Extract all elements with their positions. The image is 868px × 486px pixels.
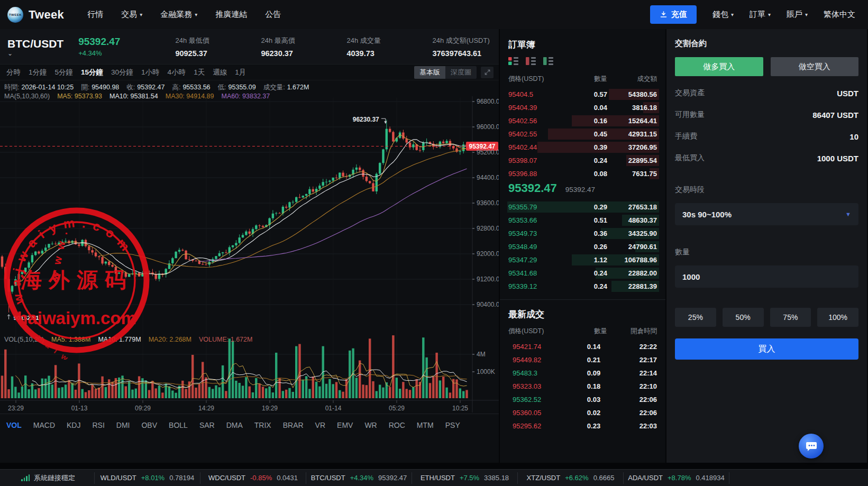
bid-row[interactable]: 95341.680.2422882.00 [508, 267, 657, 280]
ask-row[interactable]: 95396.880.087631.75 [508, 167, 657, 180]
nav-item-2[interactable]: 交易▾ [121, 10, 142, 20]
bid-row[interactable]: 95349.730.3634325.90 [508, 227, 657, 240]
bid-row[interactable]: 95353.660.5148630.37 [508, 214, 657, 227]
indicator-tab-vol[interactable]: VOL [6, 421, 22, 429]
indicator-tab-mtm[interactable]: MTM [417, 421, 434, 429]
nav-item-4[interactable]: 推廣連結 [215, 10, 247, 20]
nav-item-1[interactable]: 行情 [87, 10, 103, 20]
indicator-tab-roc[interactable]: ROC [389, 421, 405, 429]
account-menu-item-1[interactable]: 錢包▾ [712, 10, 734, 20]
ask-row[interactable]: 95402.560.1615264.41 [508, 114, 657, 127]
bid-row[interactable]: 95348.490.2624790.61 [508, 240, 657, 253]
ticker-wdc[interactable]: WDC/USDT-0.85%0.0431 [200, 472, 306, 484]
timeframe-1小時[interactable]: 1小時 [141, 68, 160, 77]
ticker-price: 0.0431 [277, 474, 298, 482]
nav-item-5[interactable]: 公告 [265, 10, 281, 20]
trade-price: 95323.03 [508, 382, 568, 390]
view-tab-深度圖[interactable]: 深度圖 [445, 66, 477, 79]
ticker-btc[interactable]: BTC/USDT+4.34%95392.47 [306, 472, 412, 484]
indicator-tab-psy[interactable]: PSY [445, 421, 460, 429]
volume-bars [1, 335, 468, 398]
percent-button-100[interactable]: 100% [817, 308, 858, 327]
trade-price: 95449.82 [508, 356, 568, 364]
amount-input[interactable] [675, 265, 858, 288]
book-view-both-icon[interactable] [508, 57, 518, 67]
order-qty: 0.29 [568, 203, 607, 211]
indicator-tab-trix[interactable]: TRIX [254, 421, 271, 429]
asks-list: 95404.50.5754380.5695404.390.043816.1895… [508, 88, 657, 180]
bid-row[interactable]: 95339.120.2422881.39 [508, 280, 657, 293]
brand-logo[interactable]: TWEEK Tweek [7, 7, 64, 23]
connection-status-text: 系統鏈接穩定 [34, 473, 75, 483]
indicator-tab-wr[interactable]: WR [364, 421, 377, 429]
bid-row[interactable]: 95347.291.12106788.96 [508, 253, 657, 267]
recent-trades-title: 最新成交 [508, 308, 657, 320]
ask-row[interactable]: 95402.550.4542931.15 [508, 127, 657, 141]
timeframe-1天[interactable]: 1天 [194, 68, 205, 77]
pair-selector[interactable]: BTC/USDT ⌄ [7, 38, 63, 56]
nav-item-label: 行情 [87, 10, 103, 20]
order-price: 95355.79 [508, 203, 568, 211]
indicator-tab-vr[interactable]: VR [315, 421, 325, 429]
mid-price-row[interactable]: 95392.47 95392.47 [508, 181, 657, 199]
indicator-tab-dmi[interactable]: DMI [116, 421, 130, 429]
timeframe-1分鐘[interactable]: 1分鐘 [29, 68, 47, 77]
ticker-pair: XTZ/USDT [527, 474, 561, 482]
ticker-xtz[interactable]: XTZ/USDT+6.62%0.6665 [517, 472, 623, 484]
candlestick-chart[interactable]: 95392.4796800.0096000.0095200.0094400.00… [0, 80, 499, 414]
account-menu-item-2[interactable]: 訂單▾ [750, 10, 771, 20]
percent-button-75[interactable]: 75% [770, 308, 811, 327]
indicator-tab-emv[interactable]: EMV [337, 421, 353, 429]
svg-text:96800.00: 96800.00 [477, 98, 499, 105]
ask-row[interactable]: 95404.50.5754380.56 [508, 88, 657, 101]
indicator-tab-obv[interactable]: OBV [141, 421, 157, 429]
timeframe-30分鐘[interactable]: 30分鐘 [111, 68, 133, 77]
trade-qty: 0.21 [568, 356, 620, 364]
buy-button[interactable]: 買入 [675, 338, 858, 360]
fullscreen-button[interactable] [481, 67, 494, 78]
percent-button-50[interactable]: 50% [723, 308, 764, 327]
timeframe-1月[interactable]: 1月 [235, 68, 246, 77]
indicator-tab-rsi[interactable]: RSI [92, 421, 104, 429]
ticker-tape: WLD/USDT+8.01%0.78194WDC/USDT-0.85%0.043… [94, 472, 868, 484]
indicator-tab-macd[interactable]: MACD [33, 421, 55, 429]
ticker-change: +7.5% [460, 474, 479, 482]
svg-text:90400.00: 90400.00 [477, 301, 499, 308]
indicator-tab-boll[interactable]: BOLL [169, 421, 188, 429]
order-qty: 0.24 [568, 157, 607, 164]
order-qty: 0.24 [568, 269, 607, 277]
timeframe-4小時[interactable]: 4小時 [168, 68, 186, 77]
ask-row[interactable]: 95402.440.3937206.95 [508, 141, 657, 154]
nav-item-3[interactable]: 金融業務▾ [160, 10, 197, 20]
percent-button-25[interactable]: 25% [675, 308, 716, 327]
book-view-asks-icon[interactable] [526, 57, 536, 67]
indicator-tab-brar[interactable]: BRAR [283, 421, 304, 429]
timeframe-分時[interactable]: 分時 [6, 68, 21, 77]
ask-row[interactable]: 95398.070.2422895.54 [508, 154, 657, 167]
trade-field: 交易資產USDT [675, 88, 858, 98]
timeframe-5分鐘[interactable]: 5分鐘 [55, 68, 74, 77]
book-view-bids-icon[interactable] [543, 57, 553, 67]
timeframe-15分鐘[interactable]: 15分鐘 [81, 68, 103, 77]
field-label: 可用數量 [675, 110, 705, 120]
period-select[interactable]: 30s 90~100% ▼ [675, 203, 858, 225]
ticker-wld[interactable]: WLD/USDT+8.01%0.78194 [94, 472, 200, 484]
nav-item-label: 推廣連結 [215, 10, 247, 20]
ticker-change: +4.34% [350, 474, 373, 482]
bid-row[interactable]: 95355.790.2927653.18 [508, 200, 657, 214]
account-menu-item-3[interactable]: 賬戶▾ [787, 10, 808, 20]
deposit-button[interactable]: 充值 [650, 5, 697, 24]
timeframe-週線[interactable]: 週線 [213, 68, 227, 77]
indicator-tab-dma[interactable]: DMA [226, 421, 243, 429]
language-selector[interactable]: 繁体中文 [824, 10, 855, 20]
buy-short-button[interactable]: 做空買入 [771, 57, 859, 76]
indicator-tab-kdj[interactable]: KDJ [67, 421, 80, 429]
buy-long-button[interactable]: 做多買入 [675, 57, 763, 76]
view-tab-基本版[interactable]: 基本版 [414, 66, 445, 79]
ask-row[interactable]: 95404.390.043816.18 [508, 101, 657, 114]
ticker-ada[interactable]: ADA/USDT+8.78%0.418934 [623, 472, 729, 484]
chat-button[interactable] [799, 434, 824, 459]
ticker-eth[interactable]: ETH/USDT+7.5%3385.18 [412, 472, 517, 484]
indicator-tab-sar[interactable]: SAR [199, 421, 215, 429]
pair-stat: 24h 最低價90925.37 [175, 36, 261, 58]
